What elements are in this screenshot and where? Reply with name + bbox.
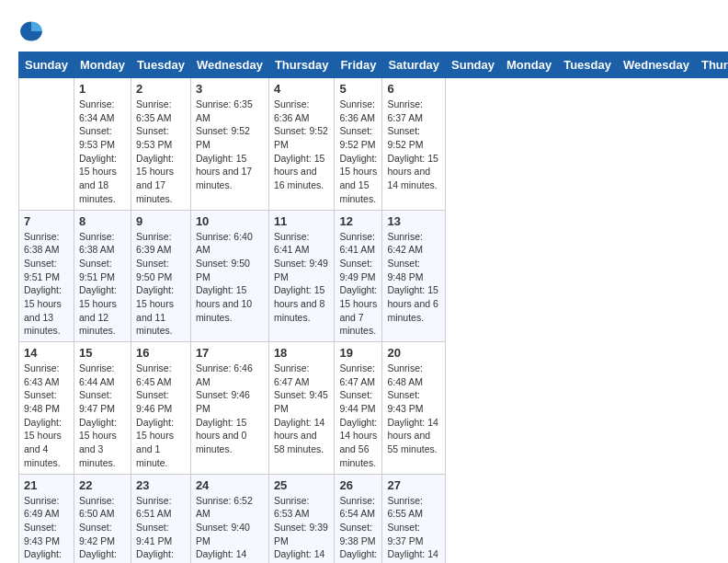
calendar-cell: 5Sunrise: 6:36 AMSunset: 9:52 PMDaylight… — [335, 78, 382, 211]
day-number: 13 — [387, 214, 440, 228]
cell-info: Sunrise: 6:41 AMSunset: 9:49 PMDaylight:… — [339, 230, 377, 339]
calendar-cell: 8Sunrise: 6:38 AMSunset: 9:51 PMDaylight… — [74, 210, 131, 342]
cell-info: Sunrise: 6:34 AMSunset: 9:53 PMDaylight:… — [79, 98, 126, 206]
cell-info: Sunrise: 6:54 AMSunset: 9:38 PMDaylight:… — [339, 494, 377, 564]
calendar-cell: 13Sunrise: 6:42 AMSunset: 9:48 PMDayligh… — [382, 210, 446, 342]
week-row-2: 7Sunrise: 6:38 AMSunset: 9:51 PMDaylight… — [19, 210, 729, 342]
day-number: 2 — [136, 82, 186, 96]
cell-info: Sunrise: 6:52 AMSunset: 9:40 PMDaylight:… — [196, 494, 264, 564]
cell-info: Sunrise: 6:45 AMSunset: 9:46 PMDaylight:… — [136, 362, 186, 470]
header-cell-sunday: Sunday — [446, 52, 501, 78]
header-cell-saturday: Saturday — [382, 52, 446, 78]
day-number: 12 — [339, 214, 377, 228]
calendar-cell: 10Sunrise: 6:40 AMSunset: 9:50 PMDayligh… — [190, 210, 268, 342]
calendar-cell: 25Sunrise: 6:53 AMSunset: 9:39 PMDayligh… — [268, 474, 335, 563]
day-number: 21 — [24, 478, 69, 492]
header-cell-tuesday: Tuesday — [558, 52, 618, 78]
calendar-cell: 20Sunrise: 6:48 AMSunset: 9:43 PMDayligh… — [382, 342, 446, 475]
logo — [18, 18, 48, 44]
header-cell-thursday: Thursday — [268, 52, 335, 78]
cell-info: Sunrise: 6:49 AMSunset: 9:43 PMDaylight:… — [24, 494, 69, 564]
cell-info: Sunrise: 6:40 AMSunset: 9:50 PMDaylight:… — [196, 230, 264, 325]
day-number: 5 — [339, 82, 377, 96]
day-number: 7 — [24, 214, 69, 228]
calendar-cell: 27Sunrise: 6:55 AMSunset: 9:37 PMDayligh… — [382, 474, 446, 563]
cell-info: Sunrise: 6:51 AMSunset: 9:41 PMDaylight:… — [136, 494, 186, 564]
day-number: 17 — [196, 346, 264, 360]
day-number: 14 — [24, 346, 69, 360]
day-number: 16 — [136, 346, 186, 360]
cell-info: Sunrise: 6:39 AMSunset: 9:50 PMDaylight:… — [136, 230, 186, 339]
cell-info: Sunrise: 6:47 AMSunset: 9:45 PMDaylight:… — [274, 362, 330, 456]
cell-info: Sunrise: 6:38 AMSunset: 9:51 PMDaylight:… — [24, 230, 69, 339]
header-cell-wednesday: Wednesday — [190, 52, 268, 78]
cell-info: Sunrise: 6:47 AMSunset: 9:44 PMDaylight:… — [339, 362, 377, 470]
calendar-cell: 15Sunrise: 6:44 AMSunset: 9:47 PMDayligh… — [74, 342, 131, 475]
calendar-cell: 17Sunrise: 6:46 AMSunset: 9:46 PMDayligh… — [190, 342, 268, 475]
cell-info: Sunrise: 6:35 AMSunset: 9:53 PMDaylight:… — [136, 98, 186, 206]
calendar-cell: 12Sunrise: 6:41 AMSunset: 9:49 PMDayligh… — [335, 210, 382, 342]
calendar-cell: 7Sunrise: 6:38 AMSunset: 9:51 PMDaylight… — [19, 210, 74, 342]
calendar-cell: 3Sunrise: 6:35 AMSunset: 9:52 PMDaylight… — [190, 78, 268, 211]
cell-info: Sunrise: 6:36 AMSunset: 9:52 PMDaylight:… — [339, 98, 377, 206]
day-number: 22 — [79, 478, 126, 492]
calendar-cell: 2Sunrise: 6:35 AMSunset: 9:53 PMDaylight… — [131, 78, 191, 211]
day-number: 19 — [339, 346, 377, 360]
day-number: 24 — [196, 478, 264, 492]
calendar-cell: 11Sunrise: 6:41 AMSunset: 9:49 PMDayligh… — [268, 210, 335, 342]
calendar-cell: 21Sunrise: 6:49 AMSunset: 9:43 PMDayligh… — [19, 474, 74, 563]
day-number: 8 — [79, 214, 126, 228]
header-cell-sunday: Sunday — [19, 52, 74, 78]
calendar-cell: 16Sunrise: 6:45 AMSunset: 9:46 PMDayligh… — [131, 342, 191, 475]
calendar-cell: 19Sunrise: 6:47 AMSunset: 9:44 PMDayligh… — [335, 342, 382, 475]
calendar-cell: 24Sunrise: 6:52 AMSunset: 9:40 PMDayligh… — [190, 474, 268, 563]
calendar-table: SundayMondayTuesdayWednesdayThursdayFrid… — [18, 52, 728, 563]
header-cell-thursday: Thursday — [695, 52, 728, 78]
day-number: 18 — [274, 346, 330, 360]
week-row-4: 21Sunrise: 6:49 AMSunset: 9:43 PMDayligh… — [19, 474, 729, 563]
calendar-cell — [19, 78, 74, 211]
calendar-cell: 9Sunrise: 6:39 AMSunset: 9:50 PMDaylight… — [131, 210, 191, 342]
header-cell-wednesday: Wednesday — [617, 52, 695, 78]
cell-info: Sunrise: 6:53 AMSunset: 9:39 PMDaylight:… — [274, 494, 330, 564]
cell-info: Sunrise: 6:37 AMSunset: 9:52 PMDaylight:… — [387, 98, 440, 192]
calendar-cell: 14Sunrise: 6:43 AMSunset: 9:48 PMDayligh… — [19, 342, 74, 475]
cell-info: Sunrise: 6:50 AMSunset: 9:42 PMDaylight:… — [79, 494, 126, 564]
calendar-cell: 26Sunrise: 6:54 AMSunset: 9:38 PMDayligh… — [335, 474, 382, 563]
header-cell-friday: Friday — [335, 52, 382, 78]
cell-info: Sunrise: 6:55 AMSunset: 9:37 PMDaylight:… — [387, 494, 440, 564]
header-row: SundayMondayTuesdayWednesdayThursdayFrid… — [19, 52, 729, 78]
week-row-1: 1Sunrise: 6:34 AMSunset: 9:53 PMDaylight… — [19, 78, 729, 211]
calendar-cell: 4Sunrise: 6:36 AMSunset: 9:52 PMDaylight… — [268, 78, 335, 211]
day-number: 9 — [136, 214, 186, 228]
calendar-cell: 18Sunrise: 6:47 AMSunset: 9:45 PMDayligh… — [268, 342, 335, 475]
day-number: 11 — [274, 214, 330, 228]
calendar-cell: 23Sunrise: 6:51 AMSunset: 9:41 PMDayligh… — [131, 474, 191, 563]
calendar-cell: 1Sunrise: 6:34 AMSunset: 9:53 PMDaylight… — [74, 78, 131, 211]
header-cell-monday: Monday — [74, 52, 131, 78]
day-number: 26 — [339, 478, 377, 492]
cell-info: Sunrise: 6:35 AMSunset: 9:52 PMDaylight:… — [196, 98, 264, 192]
header-cell-monday: Monday — [501, 52, 558, 78]
cell-info: Sunrise: 6:42 AMSunset: 9:48 PMDaylight:… — [387, 230, 440, 325]
week-row-3: 14Sunrise: 6:43 AMSunset: 9:48 PMDayligh… — [19, 342, 729, 475]
cell-info: Sunrise: 6:44 AMSunset: 9:47 PMDaylight:… — [79, 362, 126, 470]
calendar-cell: 22Sunrise: 6:50 AMSunset: 9:42 PMDayligh… — [74, 474, 131, 563]
day-number: 6 — [387, 82, 440, 96]
day-number: 15 — [79, 346, 126, 360]
cell-info: Sunrise: 6:41 AMSunset: 9:49 PMDaylight:… — [274, 230, 330, 325]
day-number: 3 — [196, 82, 264, 96]
calendar-cell: 6Sunrise: 6:37 AMSunset: 9:52 PMDaylight… — [382, 78, 446, 211]
cell-info: Sunrise: 6:36 AMSunset: 9:52 PMDaylight:… — [274, 98, 330, 192]
day-number: 1 — [79, 82, 126, 96]
day-number: 10 — [196, 214, 264, 228]
day-number: 20 — [387, 346, 440, 360]
logo-icon — [18, 18, 44, 44]
day-number: 4 — [274, 82, 330, 96]
day-number: 25 — [274, 478, 330, 492]
cell-info: Sunrise: 6:43 AMSunset: 9:48 PMDaylight:… — [24, 362, 69, 470]
day-number: 23 — [136, 478, 186, 492]
day-number: 27 — [387, 478, 440, 492]
cell-info: Sunrise: 6:48 AMSunset: 9:43 PMDaylight:… — [387, 362, 440, 456]
page-header — [18, 18, 710, 44]
